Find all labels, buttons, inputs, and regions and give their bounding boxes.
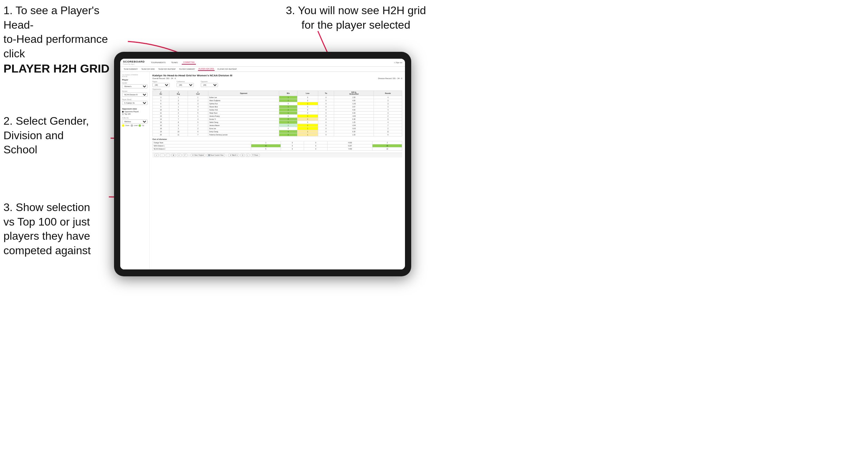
instruction-mid2: Division and	[3, 129, 64, 142]
filter-region: Region (All)	[152, 81, 170, 87]
radio-group: Opponents Played Top 100	[122, 111, 148, 115]
filter-conference-select[interactable]: (All)	[177, 83, 194, 87]
sidebar-gender-label: Gender	[122, 82, 148, 84]
table-row: 6 3 3 Sydney Kuo 0 1 0 -1.00 3	[153, 102, 402, 105]
toolbar-share[interactable]: ⇈ Share	[251, 154, 260, 157]
td-win: 2	[279, 118, 297, 121]
toolbar-watch[interactable]: 👁 Watch ▾	[228, 154, 239, 157]
td-diff: 4.00	[334, 108, 374, 112]
sidebar-opponent-view-title: Opponent view	[122, 108, 148, 110]
nav-teams[interactable]: TEAMS	[170, 61, 179, 64]
filter-region-select[interactable]: (All)	[152, 83, 170, 87]
table-row: 19 10 6 Emily Chang 4 1 0 0.30 11	[153, 130, 402, 133]
td-conf: 4	[188, 105, 208, 108]
th-conf: #Conf	[188, 91, 208, 96]
legend-level-dot	[131, 124, 133, 127]
td-diff: 1.25	[334, 121, 374, 124]
td-opponent: Emily Chang	[208, 130, 279, 133]
nav-tournaments[interactable]: TOURNAMENTS	[150, 61, 167, 64]
sidebar-gender-select[interactable]: Women's	[122, 84, 148, 88]
td-conf: 7	[188, 133, 208, 136]
sub-nav-player-heatmap[interactable]: PLAYER H2H HEATMAP	[217, 68, 237, 70]
td-loss: 1	[297, 102, 318, 105]
toolbar-undo[interactable]: ↩	[154, 154, 159, 157]
sub-nav-player-summary[interactable]: PLAYER SUMMARY	[178, 68, 196, 70]
td-div: 11	[153, 112, 169, 115]
toolbar-forward[interactable]: →	[166, 154, 170, 157]
td-opponent: Andrea York	[208, 108, 279, 112]
toolbar-grid[interactable]: ⊞	[171, 154, 176, 157]
radio-top100[interactable]: Top 100	[122, 113, 148, 115]
td-reg: 3	[169, 124, 188, 127]
td-win: 1	[279, 105, 297, 108]
td-div: 20	[153, 133, 169, 136]
out-row: NAIA Division 1 15 0 0 9.267 30	[153, 144, 402, 147]
sidebar-player-title: Player	[122, 79, 148, 81]
td-opponent: Eunice Yi	[208, 118, 279, 121]
td-conf: 3	[188, 102, 208, 105]
toolbar-view-original[interactable]: 👁 View: Original	[191, 154, 205, 157]
nav-sign-out[interactable]: i | Sign out	[394, 61, 402, 64]
td-tie: 0	[318, 112, 334, 115]
toolbar-save-custom[interactable]: 💾 Save Custom View	[207, 154, 225, 157]
td-div: 5	[153, 99, 169, 102]
instruction-line2: to-Head performance click	[3, 33, 108, 60]
td-conf: 6	[188, 130, 208, 133]
td-diff: 0.30	[334, 130, 374, 133]
instruction-top-right: 3. You will now see H2H gridfor the play…	[270, 3, 442, 32]
nav-committee[interactable]: COMMITTEE	[182, 60, 196, 65]
radio-opponents-played[interactable]: Opponents Played	[122, 111, 148, 113]
td-loss: 0	[297, 112, 318, 115]
out-rounds: 10	[372, 147, 402, 151]
toolbar-refresh[interactable]: ↩·	[177, 154, 181, 157]
table-row: 18 2 2 Euna Lee 0 1 0 -5.00 2	[153, 127, 402, 130]
out-rounds: 2	[372, 141, 402, 144]
instruction-top-left: 1. To see a Player's Head- to-Head perfo…	[3, 3, 121, 76]
td-conf: 2	[188, 99, 208, 102]
out-row: NCAA Division 2 5 0 0 7.400 10	[153, 147, 402, 151]
td-opponent: Federica Domecq Lacroze	[208, 133, 279, 136]
table-row: 5 2 2 Alexis Sudjianto 1 0 0 4.00 3	[153, 99, 402, 102]
toolbar-timer[interactable]: ⏱	[183, 154, 187, 157]
out-diff: 4.500	[328, 141, 372, 144]
sidebar-colour-by-select[interactable]: Win/loss	[122, 120, 148, 124]
out-diff: 7.400	[328, 147, 372, 151]
td-diff: 0.38	[334, 118, 374, 121]
instruction-mid1: 2. Select Gender,	[3, 115, 89, 127]
td-tie: 0	[318, 127, 334, 130]
toolbar-layout[interactable]: ⊡	[240, 154, 245, 157]
sidebar-division-select[interactable]: NCAA Division III	[122, 93, 148, 97]
overall-record: Overall Record: 353 - 34 - 6	[152, 77, 176, 79]
td-rounds: 3	[374, 105, 402, 108]
sidebar-player-rank-select[interactable]: 8. Katelyn Vo	[122, 101, 148, 105]
table-row: 10 6 3 Andrea York 2 0 0 4.00 4	[153, 108, 402, 112]
table-row: 13 1 1 Jessica Huang 0 1 0 -3.00 2	[153, 115, 402, 118]
td-conf: 5	[188, 112, 208, 115]
td-win: 1	[279, 99, 297, 102]
instruction-bold: PLAYER H2H GRID	[3, 62, 110, 75]
td-loss: 0	[297, 105, 318, 108]
td-conf: 1	[188, 96, 208, 99]
sub-nav-team-summary[interactable]: TEAM SUMMARY	[123, 68, 139, 70]
out-loss: 0	[281, 147, 304, 151]
record-row: Overall Record: 353 - 34 - 6 Division Re…	[152, 77, 402, 79]
out-label: Foreign Team	[153, 141, 251, 144]
sub-nav-team-h2h[interactable]: TEAM H2H GRID	[141, 68, 155, 70]
filter-opponent-select[interactable]: (All)	[201, 83, 218, 87]
toolbar-sep2: |	[226, 154, 227, 156]
td-opponent: Jessica Huang	[208, 115, 279, 118]
out-win: 1	[251, 141, 281, 144]
sub-nav-team-heatmap[interactable]: TEAM H2H HEATMAP	[158, 68, 176, 70]
toolbar-menu[interactable]: ≡	[246, 154, 250, 157]
out-tie: 0	[304, 141, 328, 144]
td-loss: 2	[297, 124, 318, 127]
instruction-bottom-left: 3. Show selectionvs Top 100 or justplaye…	[3, 200, 111, 258]
sub-nav-player-h2h[interactable]: PLAYER H2H GRID	[198, 67, 215, 71]
th-win: Win	[279, 91, 297, 96]
sidebar: Last Updated: 27/03/202416:55:38 Player …	[120, 72, 150, 269]
toolbar: ↩ ← → ⊞ ↩· ⏱ | 👁 View: Original 💾 Save C…	[152, 153, 402, 158]
td-tie: 0	[318, 96, 334, 99]
toolbar-back[interactable]: ←	[160, 154, 164, 157]
instruction-mid3: School	[3, 143, 37, 156]
tablet: SCOREBOARD Powered by clippd TOURNAMENTS…	[114, 52, 411, 276]
